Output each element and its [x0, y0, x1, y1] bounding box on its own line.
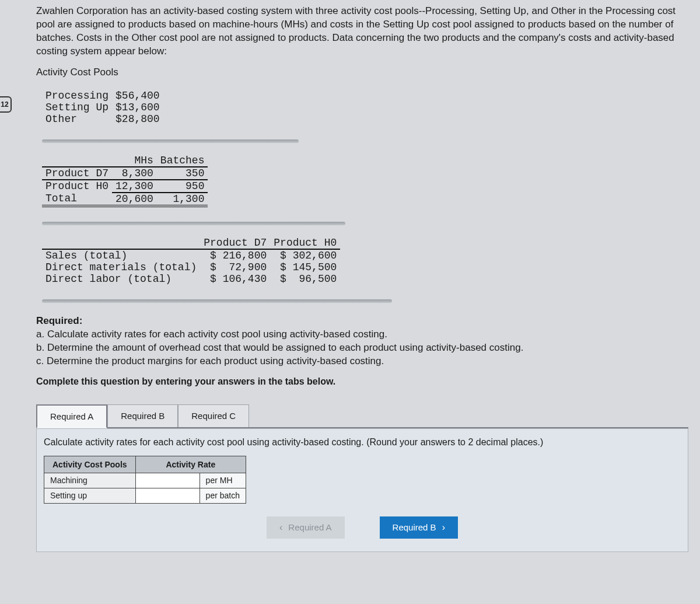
table-row: Setting up per batch [44, 488, 246, 503]
pool-name: Other [42, 113, 112, 125]
row-label: Total [42, 193, 112, 206]
cell: 12,300 [112, 180, 157, 193]
cell: 1,300 [157, 193, 208, 206]
tab-required-b[interactable]: Required B [107, 404, 178, 427]
prev-label: Required A [288, 522, 331, 532]
row-label: Direct labor (total) [42, 273, 200, 285]
col-mhs: MHs [112, 155, 157, 167]
row-label: Machining [44, 473, 136, 488]
divider [42, 299, 392, 303]
required-block: Required: a. Calculate activity rates fo… [36, 315, 688, 368]
product-table: Product D7 Product H0 Sales (total) $ 21… [42, 237, 340, 285]
tab-panel-a: Calculate activity rates for each activi… [36, 428, 688, 552]
row-label: Product H0 [42, 180, 112, 193]
cell: 350 [157, 167, 208, 180]
cell: $ 96,500 [270, 273, 340, 285]
prev-tab-button[interactable]: ‹ Required A [267, 516, 345, 539]
pool-amount: $13,600 [112, 102, 163, 113]
required-heading: Required: [36, 315, 82, 326]
th-rate: Activity Rate [135, 456, 246, 473]
tab-nav: ‹ Required A Required B › [44, 516, 681, 539]
chevron-left-icon: ‹ [279, 522, 282, 533]
unit-label: per batch [200, 488, 246, 503]
driver-table: MHs Batches Product D7 8,300 350 Product… [42, 155, 208, 207]
cell: $ 145,500 [270, 261, 340, 273]
tab-required-c[interactable]: Required C [178, 404, 249, 427]
divider [42, 139, 299, 143]
required-c: c. Determine the product margins for eac… [36, 355, 384, 366]
tabs: Required A Required B Required C [36, 404, 688, 428]
instructions: Complete this question by entering your … [36, 376, 688, 387]
required-b: b. Determine the amount of overhead cost… [36, 342, 523, 353]
cost-pool-table: Processing$56,400 Setting Up$13,600 Othe… [42, 90, 163, 125]
rate-input-settingup[interactable] [135, 488, 200, 503]
activity-rate-table: Activity Cost Pools Activity Rate Machin… [44, 456, 246, 504]
tab-required-a[interactable]: Required A [36, 404, 107, 428]
th-pools: Activity Cost Pools [44, 456, 136, 473]
panel-hint: Calculate activity rates for each activi… [44, 437, 681, 448]
unit-label: per MH [200, 473, 246, 488]
intro-text: Zwahlen Corporation has an activity-base… [36, 5, 688, 58]
cell: $ 72,900 [200, 261, 270, 273]
divider [42, 222, 345, 225]
page-content: Zwahlen Corporation has an activity-base… [13, 0, 700, 564]
pool-name: Setting Up [42, 102, 112, 113]
next-tab-button[interactable]: Required B › [380, 516, 458, 539]
row-label: Sales (total) [42, 249, 200, 261]
row-label: Product D7 [42, 167, 112, 180]
col-d7: Product D7 [200, 237, 270, 249]
row-label: Setting up [44, 488, 136, 503]
chevron-right-icon: › [442, 522, 445, 533]
cell: 950 [157, 180, 208, 193]
cell: 8,300 [112, 167, 157, 180]
required-a: a. Calculate activity rates for each act… [36, 329, 387, 340]
cell: 20,600 [112, 193, 157, 206]
col-h0: Product H0 [270, 237, 340, 249]
timer-badge: :12 [0, 96, 12, 113]
col-batches: Batches [157, 155, 208, 167]
cell: $ 216,800 [200, 249, 270, 261]
pool-amount: $56,400 [112, 90, 163, 102]
activity-cost-pools-header: Activity Cost Pools [36, 67, 688, 78]
row-label: Direct materials (total) [42, 261, 200, 273]
cell: $ 106,430 [200, 273, 270, 285]
table-row: Machining per MH [44, 473, 246, 488]
next-label: Required B [393, 522, 436, 532]
pool-amount: $28,800 [112, 113, 163, 125]
pool-name: Processing [42, 90, 112, 102]
cell: $ 302,600 [270, 249, 340, 261]
rate-input-machining[interactable] [135, 473, 200, 488]
